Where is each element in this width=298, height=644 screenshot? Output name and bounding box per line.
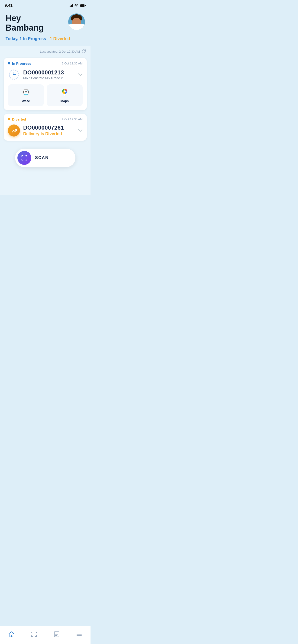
chevron-down-1[interactable] (78, 72, 83, 77)
scan-container: SCAN (0, 144, 91, 172)
waze-icon (21, 88, 31, 97)
waze-button[interactable]: Waze (8, 84, 44, 106)
svg-point-7 (25, 91, 26, 92)
delivery-info-1: DO0000001213 Mix : Concrete Mix Grade 2 (23, 69, 75, 80)
diverted-summary: 1 Diverted (50, 36, 70, 41)
scan-icon (21, 154, 28, 161)
scan-button-circle[interactable] (18, 151, 31, 165)
svg-rect-12 (24, 94, 28, 95)
svg-rect-1 (80, 4, 85, 7)
card-status-2: Diverted (8, 117, 26, 121)
status-dot-orange (8, 118, 10, 120)
signal-icon (69, 4, 73, 7)
avatar (68, 14, 85, 30)
battery-icon (80, 4, 86, 7)
delivery-mix-1: Mix : Concrete Mix Grade 2 (23, 76, 75, 80)
greeting: Hey Bambang (6, 14, 44, 33)
delivery-id-2: DO0000007261 (23, 124, 75, 131)
delivery-row-2: DO0000007261 Delivery is Diverted (8, 124, 83, 136)
summary: Today, 1 In Progress 1 Diverted (0, 34, 91, 46)
chevron-down-2[interactable] (78, 128, 83, 133)
in-progress-card: In Progress 2 Oct 11:30 AM DO0000001213 … (4, 58, 87, 110)
last-updated-bar: Last updated: 2 Oct 12:30 AM (0, 46, 91, 56)
waze-label: Waze (22, 99, 30, 103)
clock-icon (8, 68, 20, 81)
diverted-label: Diverted (12, 117, 26, 121)
scan-label: SCAN (35, 155, 49, 160)
card-status-1: In Progress (8, 62, 31, 65)
card-time-1: 2 Oct 11:30 AM (62, 62, 83, 65)
status-bar: 9:41 (0, 0, 91, 10)
scan-card[interactable]: SCAN (15, 148, 75, 167)
delivery-info-2: DO0000007261 Delivery is Diverted (23, 124, 75, 136)
last-updated-text: Last updated: 2 Oct 12:30 AM (40, 50, 80, 53)
content-area: Last updated: 2 Oct 12:30 AM In Progress… (0, 46, 91, 195)
status-icons (69, 4, 86, 7)
delivery-row-1: DO0000001213 Mix : Concrete Mix Grade 2 (8, 68, 83, 81)
card-header-2: Diverted 2 Oct 12:30 AM (8, 117, 83, 121)
delivery-id-1: DO0000001213 (23, 69, 75, 76)
status-time: 9:41 (5, 3, 13, 8)
svg-point-13 (64, 90, 66, 92)
header: Hey Bambang (0, 10, 91, 34)
delivery-diverted-text: Delivery is Diverted (23, 132, 75, 136)
card-header-1: In Progress 2 Oct 11:30 AM (8, 62, 83, 65)
maps-button[interactable]: Maps (47, 84, 83, 106)
refresh-icon[interactable] (82, 49, 86, 54)
maps-label: Maps (61, 99, 69, 103)
diverted-icon (8, 124, 20, 136)
status-dot-blue (8, 62, 10, 64)
svg-point-9 (27, 90, 28, 91)
wifi-icon (74, 4, 79, 7)
diverted-card: Diverted 2 Oct 12:30 AM DO0000007261 Del… (4, 114, 87, 141)
card-time-2: 2 Oct 12:30 AM (62, 118, 83, 121)
in-progress-summary: Today, 1 In Progress (6, 36, 46, 41)
in-progress-label: In Progress (12, 62, 31, 65)
svg-point-8 (26, 91, 27, 92)
maps-icon (60, 88, 70, 97)
svg-rect-2 (85, 5, 86, 6)
map-buttons: Waze Maps (8, 84, 83, 106)
